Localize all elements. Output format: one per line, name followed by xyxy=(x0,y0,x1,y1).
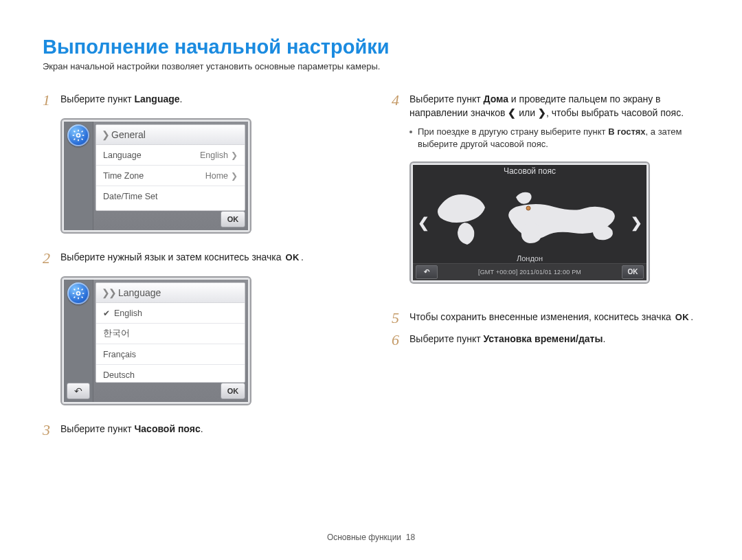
step-number: 2 xyxy=(43,250,60,267)
page-title: Выполнение начальной настройки xyxy=(43,36,699,58)
timezone-gmt-label: [GMT +00:00] 2011/01/01 12:00 PM xyxy=(478,269,581,276)
next-timezone-button[interactable]: ❯ xyxy=(627,214,645,232)
back-icon: ↶ xyxy=(424,268,429,276)
ok-button[interactable]: OK xyxy=(221,211,245,227)
svg-point-2 xyxy=(526,206,530,210)
back-icon: ↶ xyxy=(74,385,82,396)
chevron-left-icon: ❮ xyxy=(508,107,516,118)
row-datetime[interactable]: Date/Time Set xyxy=(96,186,245,206)
ok-button[interactable]: OK xyxy=(622,265,644,279)
page-footer: Основные функции 18 xyxy=(0,533,742,542)
step-4-text: Выберите пункт Дома и проведите пальцем … xyxy=(409,92,699,120)
panel-heading-general: ❯ General xyxy=(96,125,245,145)
gear-icon xyxy=(67,124,89,146)
settings-general-screenshot: ❯ General Language English❯ Time Zone Ho… xyxy=(60,118,251,234)
svg-point-1 xyxy=(77,292,80,295)
timezone-heading: Часовой пояс xyxy=(413,166,647,176)
chevron-right-icon: ❯ xyxy=(538,107,546,118)
lang-option-german[interactable]: Deutsch xyxy=(96,365,245,383)
row-timezone[interactable]: Time Zone Home❯ xyxy=(96,166,245,186)
page-subtitle: Экран начальной настройки позволяет уста… xyxy=(43,61,699,71)
lang-option-french[interactable]: Français xyxy=(96,344,245,365)
chevron-right-double-icon: ❯❯ xyxy=(102,287,115,298)
step-6-text: Выберите пункт Установка времени/даты. xyxy=(409,332,605,346)
svg-point-0 xyxy=(77,134,80,137)
back-button[interactable]: ↶ xyxy=(416,265,438,279)
step-number: 5 xyxy=(392,310,409,326)
step-3-text: Выберите пункт Часовой пояс. xyxy=(60,422,203,436)
world-map-icon xyxy=(434,180,626,251)
panel-heading-language: ❯❯ Language xyxy=(96,283,245,303)
lang-option-english[interactable]: ✔ English xyxy=(96,303,245,324)
step-number: 6 xyxy=(392,332,409,348)
bullet-icon xyxy=(409,131,412,133)
ok-button[interactable]: OK xyxy=(221,383,245,399)
step-5-text: Чтобы сохранить внесенные изменения, кос… xyxy=(409,310,693,324)
gear-icon xyxy=(67,282,89,304)
row-language[interactable]: Language English❯ xyxy=(96,145,245,166)
ok-icon: OK xyxy=(284,251,301,265)
step-number: 1 xyxy=(43,92,60,109)
step-1-text: Выберите пункт Language. xyxy=(60,92,183,106)
step-number: 4 xyxy=(392,92,409,109)
step-4-note: При поездке в другую страну выберите пун… xyxy=(409,126,699,150)
step-2-text: Выберите нужный язык и затем коснитесь з… xyxy=(60,250,304,265)
chevron-right-icon: ❯ xyxy=(231,171,238,181)
chevron-right-icon: ❯ xyxy=(102,129,109,140)
prev-timezone-button[interactable]: ❮ xyxy=(414,214,432,232)
chevron-right-icon: ❯ xyxy=(231,150,238,160)
settings-timezone-screenshot: Часовой пояс ❮ ❯ xyxy=(409,161,650,284)
check-icon: ✔ xyxy=(103,309,110,318)
back-button[interactable]: ↶ xyxy=(67,383,90,399)
settings-language-screenshot: ↶ ❯❯ Language ✔ English 한국어 xyxy=(60,276,251,405)
ok-icon: OK xyxy=(674,311,691,324)
timezone-city: Лондон xyxy=(413,254,647,262)
step-number: 3 xyxy=(43,422,60,438)
lang-option-korean[interactable]: 한국어 xyxy=(96,324,245,344)
